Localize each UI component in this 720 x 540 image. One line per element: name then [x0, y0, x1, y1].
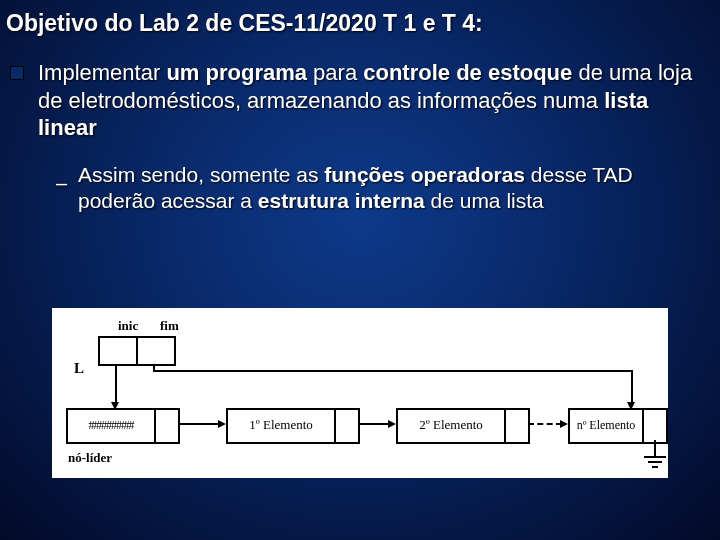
arrow-line	[153, 370, 633, 372]
node-1: 1º Elemento	[226, 408, 360, 444]
ground-icon	[644, 456, 666, 458]
label-L: L	[74, 360, 84, 377]
bullet-item-1-sub-1: – Assim sendo, somente as funções operad…	[0, 142, 720, 215]
sub-bullet-text-1: Assim sendo, somente as funções operador…	[78, 162, 700, 215]
t: Implementar	[38, 60, 166, 85]
node-n-ptr	[644, 410, 666, 442]
arrow-head-right-icon	[560, 420, 568, 428]
bullet-item-1: Implementar um programa para controle de…	[0, 37, 720, 142]
node-2-ptr	[506, 410, 528, 442]
t: Assim sendo, somente as	[78, 163, 324, 186]
square-bullet-icon	[10, 66, 24, 80]
header-box-fim	[136, 336, 176, 366]
arrow-line	[631, 370, 633, 404]
node-2-data: 2º Elemento	[398, 410, 506, 442]
dash-bullet-icon: –	[56, 172, 66, 195]
t: estrutura interna	[258, 189, 425, 212]
node-1-ptr	[336, 410, 358, 442]
node-2: 2º Elemento	[396, 408, 530, 444]
label-inic: inic	[118, 318, 138, 334]
arrow-head-right-icon	[388, 420, 396, 428]
linked-list-diagram: L inic fim ######### nó-líder 1º Element…	[52, 308, 668, 478]
arrow-line	[115, 364, 117, 404]
arrow-head-right-icon	[218, 420, 226, 428]
node-n-data: nº Elemento	[570, 410, 644, 442]
dashed-line	[528, 423, 562, 425]
node-1-data: 1º Elemento	[228, 410, 336, 442]
arrow-line	[654, 440, 656, 456]
leader-ptr	[156, 410, 178, 442]
label-fim: fim	[160, 318, 179, 334]
bullet-text-1: Implementar um programa para controle de…	[38, 59, 712, 142]
arrow-line	[178, 423, 220, 425]
t: um programa	[166, 60, 307, 85]
t: para	[307, 60, 363, 85]
slide-title: Objetivo do Lab 2 de CES-11/2020 T 1 e T…	[0, 0, 720, 37]
ground-icon	[652, 466, 658, 468]
t: controle de estoque	[363, 60, 572, 85]
arrow-line	[358, 423, 390, 425]
label-leader: nó-líder	[68, 450, 112, 466]
t: de uma lista	[425, 189, 544, 212]
header-box-inic	[98, 336, 138, 366]
ground-icon	[648, 461, 662, 463]
leader-data: #########	[68, 410, 156, 442]
t: funções operadoras	[324, 163, 525, 186]
node-n: nº Elemento	[568, 408, 668, 444]
node-leader: #########	[66, 408, 180, 444]
